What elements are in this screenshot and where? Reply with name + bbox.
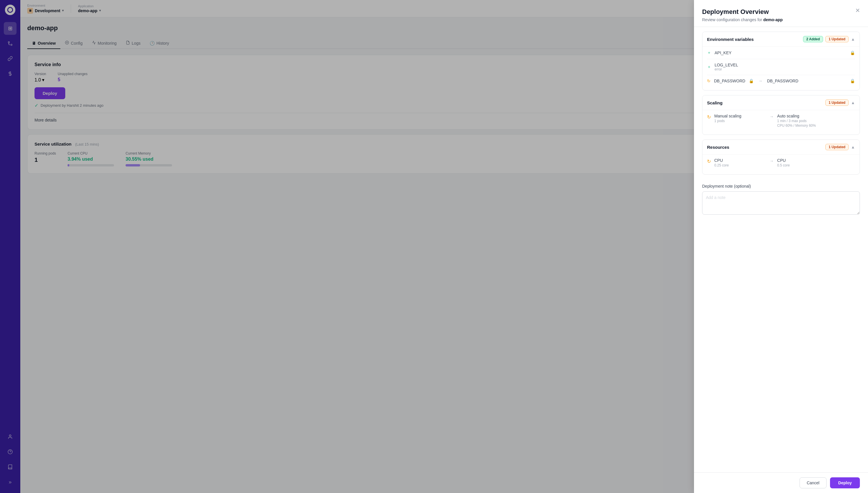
env-sub-loglevel: error <box>715 67 738 71</box>
deployment-panel: Deployment Overview Review configuration… <box>694 0 868 493</box>
resources-to-title: CPU <box>777 158 855 163</box>
env-name-loglevel: LOG_LEVEL <box>715 63 738 67</box>
panel-body: Environment variables 2 Added 1 Updated … <box>694 27 868 472</box>
note-label: Deployment note (optional) <box>702 184 860 189</box>
note-textarea[interactable] <box>702 191 860 215</box>
env-vars-badges: 2 Added 1 Updated ▲ <box>803 36 855 42</box>
scaling-to-title: Auto scaling <box>777 114 855 118</box>
resources-title: Resources <box>707 145 730 150</box>
scaling-body: ↻ Manual scaling 1 pods → Auto scaling 1… <box>702 110 860 134</box>
env-name-dbpassword-from: DB_PASSWORD <box>714 79 745 83</box>
close-button[interactable]: ✕ <box>853 6 862 15</box>
resources-badges: 1 Updated ▲ <box>825 144 855 150</box>
scaling-to-sub-1: 1 min / 3 max pods <box>777 119 855 123</box>
add-icon-apikey: ＋ <box>707 50 711 56</box>
scaling-to: Auto scaling 1 min / 3 max pods CPU 60% … <box>777 114 855 128</box>
cancel-button[interactable]: Cancel <box>800 477 827 488</box>
scaling-arrow-icon: → <box>770 114 774 119</box>
scaling-from-title: Manual scaling <box>714 114 766 118</box>
scaling-title: Scaling <box>707 100 722 105</box>
env-row-dbpassword: ↻ DB_PASSWORD 🔒 → DB_PASSWORD 🔒 <box>707 75 855 87</box>
resources-to: CPU 0.5 core <box>777 158 855 167</box>
panel-app-name: demo-app <box>763 17 783 22</box>
scaling-section-header[interactable]: Scaling 1 Updated ▲ <box>702 95 860 110</box>
resources-section-header[interactable]: Resources 1 Updated ▲ <box>702 140 860 154</box>
scaling-badge-updated: 1 Updated <box>825 100 849 106</box>
env-vars-section-header[interactable]: Environment variables 2 Added 1 Updated … <box>702 32 860 46</box>
panel-footer: Cancel Deploy <box>694 472 868 493</box>
note-section: Deployment note (optional) <box>702 179 860 220</box>
scaling-badges: 1 Updated ▲ <box>825 100 855 106</box>
resources-arrow-icon: → <box>770 158 774 163</box>
resources-section: Resources 1 Updated ▲ ↻ CPU 0.25 core → … <box>702 140 860 175</box>
update-icon-dbpassword: ↻ <box>707 79 711 83</box>
scaling-change-row: ↻ Manual scaling 1 pods → Auto scaling 1… <box>707 110 855 131</box>
resources-body: ↻ CPU 0.25 core → CPU 0.5 core <box>702 154 860 174</box>
scaling-to-sub-2: CPU 60% / Memory 60% <box>777 124 855 128</box>
add-icon-loglevel: ＋ <box>707 64 711 70</box>
scaling-chevron-icon: ▲ <box>851 100 855 105</box>
env-vars-badge-updated: 1 Updated <box>825 36 849 42</box>
env-vars-section: Environment variables 2 Added 1 Updated … <box>702 31 860 90</box>
env-vars-title: Environment variables <box>707 37 754 42</box>
resources-change-row: ↻ CPU 0.25 core → CPU 0.5 core <box>707 154 855 171</box>
env-name-dbpassword-to: DB_PASSWORD <box>767 79 798 83</box>
resources-badge-updated: 1 Updated <box>825 144 849 150</box>
panel-title: Deployment Overview <box>702 8 860 16</box>
scaling-change-icon: ↻ <box>707 114 711 120</box>
lock-icon-apikey: 🔒 <box>850 50 855 55</box>
env-row-apikey: ＋ API_KEY 🔒 <box>707 47 855 59</box>
resources-from-title: CPU <box>714 158 766 163</box>
panel-subtitle: Review configuration changes for demo-ap… <box>702 17 860 22</box>
env-vars-chevron-icon: ▲ <box>851 37 855 41</box>
scaling-section: Scaling 1 Updated ▲ ↻ Manual scaling 1 p… <box>702 95 860 135</box>
resources-from-sub: 0.25 core <box>714 163 766 167</box>
env-row-loglevel: ＋ LOG_LEVEL error <box>707 59 855 75</box>
env-name-apikey: API_KEY <box>715 50 732 55</box>
panel-header: Deployment Overview Review configuration… <box>694 0 868 27</box>
env-vars-badge-added: 2 Added <box>803 36 823 42</box>
resources-chevron-icon: ▲ <box>851 145 855 149</box>
scaling-from-sub: 1 pods <box>714 119 766 123</box>
scaling-from: Manual scaling 1 pods <box>714 114 766 123</box>
resources-to-sub: 0.5 core <box>777 163 855 167</box>
deploy-confirm-button[interactable]: Deploy <box>830 477 860 488</box>
lock-icon-dbpassword-to: 🔒 <box>850 79 855 83</box>
env-vars-body: ＋ API_KEY 🔒 ＋ LOG_LEVEL error ↻ <box>702 46 860 90</box>
arrow-icon-dbpassword: → <box>758 79 762 83</box>
resources-change-icon: ↻ <box>707 158 711 164</box>
lock-icon-dbpassword-from: 🔒 <box>749 79 754 83</box>
resources-from: CPU 0.25 core <box>714 158 766 167</box>
